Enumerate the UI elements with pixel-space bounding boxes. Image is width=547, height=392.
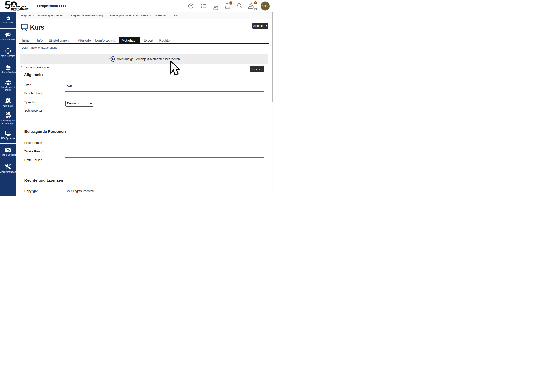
svg-text:?: ? bbox=[190, 4, 192, 8]
svg-text:?: ? bbox=[9, 150, 10, 152]
